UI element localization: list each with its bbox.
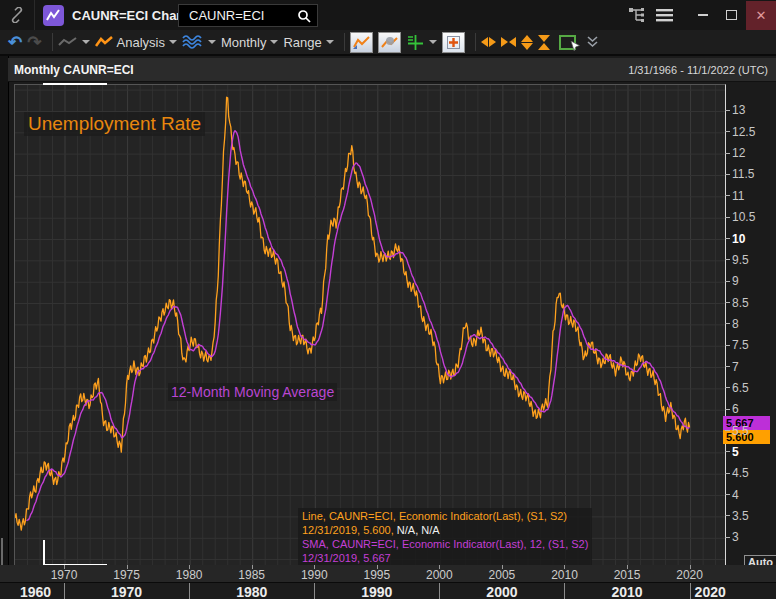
- chart-type-button[interactable]: [350, 31, 373, 53]
- y-axis[interactable]: 5.667 5.600 Auto 33.544.555.566.577.588.…: [725, 84, 776, 581]
- y-tick: [725, 387, 730, 388]
- analysis-label: Analysis: [117, 35, 165, 50]
- left-edge-strip: [0, 56, 9, 599]
- levels-dropdown[interactable]: [406, 31, 437, 53]
- frame-accent-corner: [43, 540, 45, 566]
- x-major-tick: [439, 583, 440, 599]
- interval-dropdown[interactable]: Monthly: [221, 31, 279, 53]
- x-minor-label: 1980: [169, 568, 209, 582]
- search-icon[interactable]: [297, 9, 317, 23]
- undo-button[interactable]: ↶: [8, 31, 22, 53]
- chart-date-range: 1/31/1966 - 11/1/2022 (UTC): [628, 64, 768, 76]
- x-major-tick: [690, 583, 691, 599]
- link-icon[interactable]: [3, 1, 31, 29]
- add-chart-button[interactable]: [442, 31, 465, 53]
- x-axis-minor[interactable]: 1970197519801985199019952000200520102015…: [0, 565, 776, 582]
- y-tick-label: 9: [732, 274, 739, 288]
- y-tick: [725, 473, 730, 474]
- minimize-icon[interactable]: [688, 1, 717, 30]
- y-tick: [725, 281, 730, 282]
- close-icon[interactable]: ✕: [746, 1, 776, 30]
- x-minor-label: 2010: [544, 568, 584, 582]
- symbol-search-box[interactable]: [178, 4, 318, 27]
- application-window: CAUNR=ECI Chart ✕ ↶ ↷: [0, 0, 776, 599]
- expand-vertical-button[interactable]: [521, 31, 533, 53]
- expand-horizontal-icon: [481, 37, 488, 47]
- legend-line-na: N/A, N/A: [394, 524, 440, 536]
- x-major-tick: [189, 583, 190, 599]
- x-axis-major[interactable]: 1960197019801990200020102020: [0, 582, 776, 599]
- analysis-zigzag-icon: [95, 36, 114, 48]
- x-minor-label: 2015: [607, 568, 647, 582]
- y-tick-label: 3.5: [732, 509, 749, 523]
- zoom-select-button[interactable]: [559, 31, 576, 53]
- window-title: CAUNR=ECI Chart: [72, 8, 186, 23]
- y-tick: [725, 409, 730, 410]
- y-tick: [725, 131, 730, 132]
- expand-vertical-icon: [521, 35, 533, 42]
- y-tick: [725, 345, 730, 346]
- y-tick-label: 6: [732, 402, 739, 416]
- analysis-dropdown[interactable]: Analysis: [95, 31, 177, 53]
- compress-horizontal-icon: [501, 37, 508, 47]
- title-bar: CAUNR=ECI Chart ✕: [0, 0, 776, 31]
- line-style-dropdown[interactable]: [58, 31, 90, 53]
- compress-horizontal-button[interactable]: [501, 31, 516, 53]
- redo-button[interactable]: ↷: [27, 31, 41, 53]
- chart-title: Monthly CAUNR=ECI: [14, 63, 134, 77]
- x-major-label: 2010: [607, 584, 647, 599]
- y-tick: [725, 238, 730, 239]
- x-minor-label: 1990: [294, 568, 334, 582]
- maximize-icon[interactable]: [717, 1, 746, 30]
- interval-label: Monthly: [221, 35, 267, 50]
- y-tick: [725, 217, 730, 218]
- x-major-label: 1960: [20, 584, 51, 599]
- app-chart-icon: [43, 5, 64, 26]
- y-tick-label: 7.5: [732, 338, 749, 352]
- y-tick-label: 5: [732, 445, 739, 459]
- y-tick-label: 13: [732, 103, 745, 117]
- search-input[interactable]: [179, 7, 297, 24]
- y-tick: [725, 110, 730, 111]
- x-major-tick: [64, 583, 65, 599]
- compress-vertical-button[interactable]: [538, 31, 550, 53]
- legend-sma-series: SMA, CAUNR=ECI, Economic Indicator(Last)…: [302, 537, 588, 551]
- y-tick: [725, 366, 730, 367]
- y-tick: [725, 537, 730, 538]
- levels-icon: [406, 34, 425, 51]
- y-tick: [725, 515, 730, 516]
- x-minor-label: 2020: [670, 568, 710, 582]
- y-tick-label: 5.5: [732, 424, 749, 438]
- chart-plot-area[interactable]: [14, 84, 726, 567]
- range-dropdown[interactable]: Range: [283, 31, 333, 53]
- zoom-select-icon: [559, 35, 576, 50]
- y-tick-label: 8.5: [732, 296, 749, 310]
- legend-line-values: 12/31/2019, 5.600,: [302, 524, 394, 536]
- y-tick-label: 11: [732, 189, 744, 203]
- y-tick: [725, 430, 730, 431]
- x-minor-label: 1975: [107, 568, 147, 582]
- chart-type-icon: [350, 32, 373, 53]
- more-button[interactable]: [587, 31, 598, 53]
- sma-annotation: 12-Month Moving Average: [168, 383, 337, 401]
- waves-icon: [182, 34, 204, 50]
- range-label: Range: [283, 35, 321, 50]
- share-tree-icon[interactable]: [622, 1, 650, 29]
- y-tick: [725, 195, 730, 196]
- y-tick-label: 7: [732, 360, 739, 374]
- y-tick: [725, 323, 730, 324]
- x-minor-label: 1985: [232, 568, 272, 582]
- x-minor-label: 1970: [44, 568, 84, 582]
- y-tick-label: 11.5: [732, 167, 754, 181]
- y-tick-label: 9.5: [732, 253, 749, 267]
- y-tick: [725, 302, 730, 303]
- y-tick-label: 10: [732, 232, 745, 246]
- x-major-label: 1970: [107, 584, 147, 599]
- waves-dropdown[interactable]: [182, 31, 216, 53]
- chart-snapshot-button[interactable]: [378, 31, 401, 53]
- expand-horizontal-button[interactable]: [481, 31, 496, 53]
- y-tick-label: 12: [732, 146, 745, 160]
- y-tick-label: 3: [732, 530, 739, 544]
- y-tick-label: 4: [732, 488, 739, 502]
- menu-icon[interactable]: [650, 1, 678, 29]
